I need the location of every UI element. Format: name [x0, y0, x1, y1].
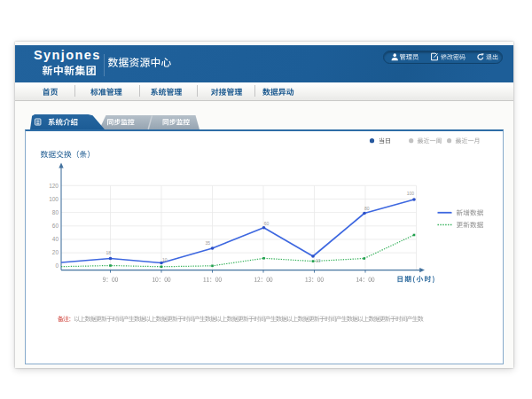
svg-text:20: 20	[52, 249, 59, 255]
svg-text:35: 35	[206, 240, 211, 246]
svg-text:100: 100	[407, 191, 415, 196]
svg-text:40: 40	[52, 236, 59, 242]
svg-text:100: 100	[49, 196, 59, 202]
svg-text:60: 60	[52, 223, 59, 229]
svg-text:10: 10	[316, 258, 321, 263]
svg-text:10: 10	[162, 257, 168, 262]
svg-text:80: 80	[52, 209, 59, 215]
svg-text:60: 60	[264, 221, 270, 226]
svg-text:80: 80	[364, 206, 370, 211]
svg-text:0: 0	[55, 262, 59, 269]
svg-text:120: 120	[49, 183, 59, 189]
svg-text:18: 18	[106, 250, 112, 255]
